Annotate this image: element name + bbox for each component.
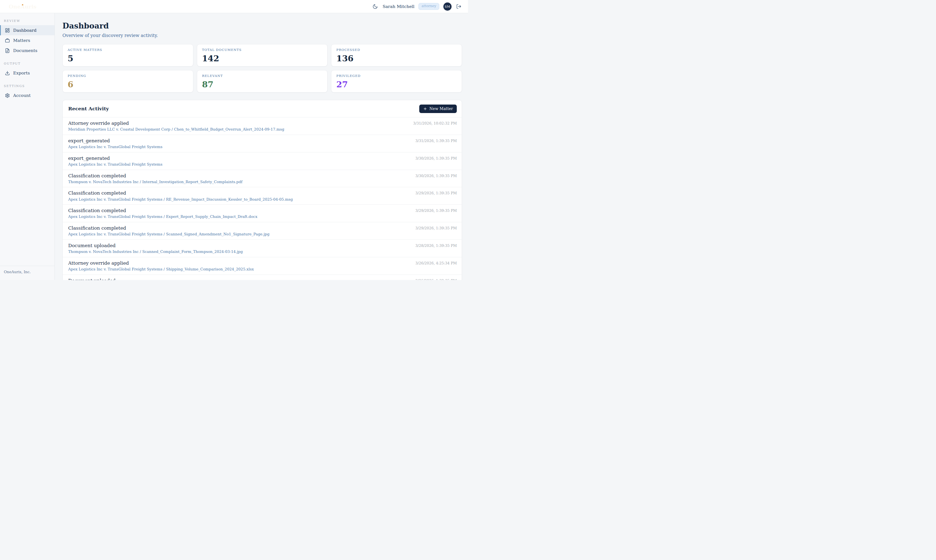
logout-icon bbox=[456, 4, 461, 9]
activity-row-text: Classification completed Apex Logistics … bbox=[68, 190, 293, 202]
activity-row-detail: Apex Logistics Inc v. TransGlobal Freigh… bbox=[68, 162, 162, 167]
sidebar-item-label: Dashboard bbox=[13, 28, 36, 33]
theme-toggle-button[interactable] bbox=[372, 3, 378, 10]
activity-row-detail: Apex Logistics Inc v. TransGlobal Freigh… bbox=[68, 267, 254, 272]
stat-label: Relevant bbox=[202, 74, 322, 78]
activity-row-title: Document uploaded bbox=[68, 243, 243, 248]
logo-gold-dot-icon bbox=[22, 4, 23, 6]
activity-row-timestamp: 3/31/2026, 10:02:32 PM bbox=[413, 120, 457, 125]
activity-row-timestamp: 3/30/2026, 1:39:35 PM bbox=[415, 155, 457, 160]
stat-value: 136 bbox=[336, 54, 457, 63]
recent-activity-title: Recent Activity bbox=[68, 106, 109, 111]
stat-label: Processed bbox=[336, 48, 457, 52]
stat-card-privileged: Privileged 27 bbox=[331, 70, 462, 92]
new-matter-button[interactable]: New Matter bbox=[419, 105, 457, 113]
activity-row-timestamp: 3/29/2026, 1:39:35 PM bbox=[415, 225, 457, 230]
sidebar-item-label: Exports bbox=[13, 71, 30, 75]
stat-card-relevant: Relevant 87 bbox=[197, 70, 328, 92]
stat-card-total-documents: Total Documents 142 bbox=[197, 44, 328, 66]
activity-row-title: Classification completed bbox=[68, 225, 270, 231]
recent-activity-header: Recent Activity New Matter bbox=[63, 100, 462, 117]
activity-row[interactable]: export_generated Apex Logistics Inc v. T… bbox=[63, 135, 462, 152]
new-matter-button-label: New Matter bbox=[429, 106, 453, 111]
activity-row-text: Attorney override applied Apex Logistics… bbox=[68, 260, 254, 272]
stat-value: 142 bbox=[202, 54, 322, 63]
sidebar-item-account[interactable]: Account bbox=[0, 90, 54, 100]
activity-row-text: export_generated Apex Logistics Inc v. T… bbox=[68, 138, 162, 149]
document-icon bbox=[5, 48, 10, 53]
activity-row[interactable]: Attorney override applied Apex Logistics… bbox=[63, 257, 462, 275]
activity-row[interactable]: Classification completed Apex Logistics … bbox=[63, 187, 462, 205]
stat-label: Active Matters bbox=[68, 48, 188, 52]
download-icon bbox=[5, 71, 10, 75]
avatar-initials: SM bbox=[445, 5, 450, 8]
activity-row-timestamp: 3/29/2026, 1:39:35 PM bbox=[415, 190, 457, 195]
activity-row[interactable]: Classification completed Apex Logistics … bbox=[63, 222, 462, 240]
sidebar-item-label: Account bbox=[13, 93, 31, 98]
sidebar-section-review: Review bbox=[0, 19, 54, 25]
role-badge: attorney bbox=[418, 3, 439, 9]
activity-row[interactable]: Document uploaded Apex Logistics Inc v. … bbox=[63, 275, 462, 280]
sidebar-item-dashboard[interactable]: Dashboard bbox=[0, 25, 54, 35]
activity-row-text: Classification completed Apex Logistics … bbox=[68, 225, 270, 237]
activity-row-text: export_generated Apex Logistics Inc v. T… bbox=[68, 155, 162, 167]
activity-row-title: Attorney override applied bbox=[68, 120, 284, 126]
topbar-user-cluster: Sarah Mitchell attorney SM bbox=[372, 3, 462, 11]
user-name: Sarah Mitchell bbox=[382, 4, 414, 9]
activity-row-timestamp: 3/26/2026, 4:25:34 PM bbox=[415, 260, 457, 265]
dashboard-grid-icon bbox=[5, 28, 10, 33]
logout-button[interactable] bbox=[456, 3, 462, 9]
stat-card-pending: Pending 6 bbox=[62, 70, 193, 92]
sidebar-item-matters[interactable]: Matters bbox=[0, 35, 54, 45]
activity-row-detail: Apex Logistics Inc v. TransGlobal Freigh… bbox=[68, 215, 258, 219]
activity-row-timestamp: 3/26/2026, 1:39:35 PM bbox=[415, 278, 457, 280]
activity-row-timestamp: 3/28/2026, 1:39:35 PM bbox=[415, 243, 457, 248]
page-title: Dashboard bbox=[62, 22, 462, 31]
activity-row[interactable]: Classification completed Thompson v. Nov… bbox=[63, 170, 462, 188]
gear-icon bbox=[5, 93, 10, 98]
page-subtitle: Overview of your discovery review activi… bbox=[62, 33, 462, 38]
topbar: OneAuris Sarah Mitchell attorney SM bbox=[0, 0, 468, 13]
sidebar-section-settings: Settings bbox=[0, 84, 54, 90]
activity-row[interactable]: export_generated Apex Logistics Inc v. T… bbox=[63, 152, 462, 170]
activity-row-text: Attorney override applied Meridian Prope… bbox=[68, 120, 284, 132]
main-content: Dashboard Overview of your discovery rev… bbox=[55, 13, 468, 280]
activity-row-timestamp: 3/29/2026, 1:39:35 PM bbox=[415, 208, 457, 213]
recent-activity-card: Recent Activity New Matter Attorney over… bbox=[62, 100, 462, 280]
activity-row-text: Classification completed Apex Logistics … bbox=[68, 208, 258, 219]
activity-row-detail: Thompson v. NovaTech Industries Inc / Sc… bbox=[68, 249, 243, 254]
activity-row-detail: Apex Logistics Inc v. TransGlobal Freigh… bbox=[68, 145, 162, 149]
activity-row[interactable]: Attorney override applied Meridian Prope… bbox=[63, 117, 462, 135]
sidebar-footer: OneAuris, Inc. bbox=[0, 266, 54, 280]
sidebar-item-label: Matters bbox=[13, 38, 30, 43]
activity-row-title: export_generated bbox=[68, 138, 162, 143]
sidebar-item-documents[interactable]: Documents bbox=[0, 45, 54, 55]
activity-row-timestamp: 3/31/2026, 1:39:35 PM bbox=[415, 138, 457, 143]
app-logo: OneAuris bbox=[9, 3, 36, 9]
stat-card-active-matters: Active Matters 5 bbox=[62, 44, 193, 66]
activity-row-detail: Apex Logistics Inc v. TransGlobal Freigh… bbox=[68, 197, 293, 202]
activity-row-title: Attorney override applied bbox=[68, 260, 254, 266]
activity-row-title: Classification completed bbox=[68, 173, 242, 178]
stat-value: 27 bbox=[336, 80, 457, 89]
sidebar-item-exports[interactable]: Exports bbox=[0, 68, 54, 78]
activity-row[interactable]: Document uploaded Thompson v. NovaTech I… bbox=[63, 240, 462, 257]
activity-row-title: Document uploaded bbox=[68, 278, 259, 280]
activity-row-detail: Apex Logistics Inc v. TransGlobal Freigh… bbox=[68, 232, 270, 237]
stat-value: 6 bbox=[68, 80, 188, 89]
sidebar-item-label: Documents bbox=[13, 48, 37, 53]
plus-icon bbox=[423, 107, 427, 111]
activity-row-text: Classification completed Thompson v. Nov… bbox=[68, 173, 242, 184]
stat-value: 87 bbox=[202, 80, 322, 89]
stat-value: 5 bbox=[68, 54, 188, 63]
activity-row-text: Document uploaded Thompson v. NovaTech I… bbox=[68, 243, 243, 254]
activity-row-detail: Thompson v. NovaTech Industries Inc / In… bbox=[68, 180, 242, 184]
stat-card-processed: Processed 136 bbox=[331, 44, 462, 66]
avatar[interactable]: SM bbox=[443, 3, 452, 11]
stat-label: Privileged bbox=[336, 74, 457, 78]
stats-grid: Active Matters 5 Total Documents 142 Pro… bbox=[62, 44, 462, 92]
activity-row[interactable]: Classification completed Apex Logistics … bbox=[63, 205, 462, 222]
stat-label: Pending bbox=[68, 74, 188, 78]
activity-row-detail: Meridian Properties LLC v. Coastal Devel… bbox=[68, 127, 284, 132]
activity-row-text: Document uploaded Apex Logistics Inc v. … bbox=[68, 278, 259, 280]
